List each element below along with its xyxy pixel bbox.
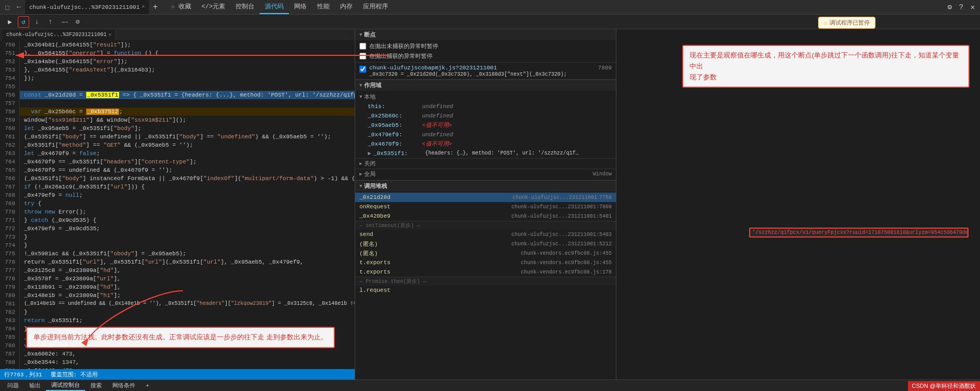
line-content: }, _0x564155["onerror"] = function () { xyxy=(20,49,355,57)
tab-application[interactable]: 应用程序 xyxy=(358,0,393,14)
caught-pause-checkbox[interactable] xyxy=(359,53,366,60)
callstack-item-6[interactable]: t.exports chunk-vendors.ec9fbc08.js:455 xyxy=(355,258,616,267)
file-tab-close-icon[interactable]: ✕ xyxy=(109,32,111,38)
bottom-tab-output[interactable]: 输出 xyxy=(24,381,46,390)
local-scope-header[interactable]: ▼ 本地 xyxy=(355,92,616,102)
callstack-item-3[interactable]: send chunk-ulufuzjsc...231211001:5403 xyxy=(355,230,616,239)
scope-var-95aeb5: _0x95aeb5: <值不可用> xyxy=(355,121,616,130)
code-line: 760 let _0x95aeb5 = _0x5351f1["body"]; xyxy=(0,124,355,133)
tab-performance[interactable]: 性能 xyxy=(312,0,335,14)
close-icon[interactable]: ✕ xyxy=(967,2,978,13)
file-tab[interactable]: chunk-ulufuzjsc...%3F20231211001 ✕ xyxy=(2,29,116,40)
line-number: 771 xyxy=(0,216,20,224)
line-number: 751 xyxy=(0,49,20,57)
bp-item-checkbox[interactable] xyxy=(359,66,366,73)
line-content: } xyxy=(20,233,355,241)
code-line: 752 _0x1a4abe(_0x564155["error"]); xyxy=(0,57,355,66)
cursor-position: 行7763，列31 xyxy=(4,371,42,378)
scope-var-key: this: xyxy=(368,102,420,111)
bp-item-line: 7809 xyxy=(598,65,612,71)
step-into-btn[interactable]: ↓ xyxy=(31,16,43,28)
line-number: 774 xyxy=(0,241,20,250)
warning-icon: ⚠ xyxy=(824,19,827,26)
help-icon[interactable]: ? xyxy=(956,2,966,13)
callstack-fn: send xyxy=(359,231,509,238)
local-scope-label: 本地 xyxy=(364,93,376,101)
line-number: 769 xyxy=(0,199,20,208)
scope-header[interactable]: ▼ 作用域 xyxy=(355,79,616,91)
scope-var-val: <值不可用> xyxy=(422,121,452,129)
code-line: 780 _0x148e1b = _0x23809a["h1"]; xyxy=(0,291,355,300)
callstack-header[interactable]: ▼ 调用堆栈 xyxy=(355,180,616,192)
callstack-item-1[interactable]: onRequest chunk-ulufuzjsc...231211001:78… xyxy=(355,202,616,211)
tab-memory[interactable]: 内存 xyxy=(335,0,358,14)
disable-breakpoints-btn[interactable]: ⊘ xyxy=(72,16,84,28)
nav-icon-back[interactable]: ← xyxy=(14,2,24,13)
callstack-file: chunk-ulufuzjsc...231211001:5403 xyxy=(511,232,612,238)
tab-sources[interactable]: 源代码 xyxy=(260,0,289,14)
scope-var-5351f1[interactable]: ▶ _0x5351f1: {headers: {…}, method: 'POS… xyxy=(355,149,616,158)
scope-var-val: undefined xyxy=(422,102,453,111)
tab-collect[interactable]: ☆ 收藏 xyxy=(166,0,196,14)
nav-icon-home[interactable]: ⬚ xyxy=(2,2,13,13)
bottom-tab-problem[interactable]: 问题 xyxy=(2,381,24,390)
caught-pause-label: 在抛出捕获的异常时暂停 xyxy=(369,52,433,60)
bp-item-row: chunk-ulufuzjscobapmjk.js?20231211001 _0… xyxy=(355,62,616,78)
global-scope-header[interactable]: ▶ 全局 Window xyxy=(355,169,616,179)
breakpoints-title: 断点 xyxy=(364,31,376,39)
nav-tab-active[interactable]: chunk-ulufuzjsc...%3F20231211001 × xyxy=(25,0,149,14)
tab-elements[interactable]: </>元素 xyxy=(196,0,231,14)
exception-pause-row: 在抛出未捕获的异常时暂停 xyxy=(355,41,616,51)
callstack-item-8[interactable]: l.request xyxy=(355,286,616,295)
scope-var-key: _0x479ef9: xyxy=(368,131,420,139)
add-tab-btn[interactable]: + xyxy=(150,2,160,13)
callstack-chevron: ▼ xyxy=(359,184,362,189)
code-line: 768 _0x479ef9 = null; xyxy=(0,191,355,199)
code-line: 775 !_0x5981ac && (_0x5351f1["obody"] = … xyxy=(0,250,355,258)
callstack-item-7[interactable]: t.exports chunk-vendors.ec9fbc08.js:178 xyxy=(355,267,616,277)
local-scope-chevron: ▼ xyxy=(359,94,362,100)
closure-scope-header[interactable]: ▶ 关闭 xyxy=(355,158,616,169)
bottom-tab-add[interactable]: + xyxy=(141,382,155,390)
line-number: 777 xyxy=(0,266,20,275)
line-number: 770 xyxy=(0,208,20,216)
exception-pause-checkbox[interactable] xyxy=(359,43,366,50)
tab-console[interactable]: 控制台 xyxy=(230,0,260,14)
tab-network[interactable]: 网络 xyxy=(289,0,312,14)
breakpoints-header[interactable]: ▼ 断点 xyxy=(355,29,616,40)
code-line: 770 throw new Error(); xyxy=(0,208,355,216)
nav-tab-close[interactable]: × xyxy=(142,4,145,10)
code-line: 767 if (!_0x26a1c9(_0x5351f1["url"])) { xyxy=(0,183,355,191)
line-number: 773 xyxy=(0,233,20,241)
line-number: 750 xyxy=(0,41,20,49)
callstack-item-2[interactable]: _0x420be9 chunk-ulufuzjsc...231211001:54… xyxy=(355,211,616,221)
step-out-btn[interactable]: ↑ xyxy=(45,16,56,28)
callstack-item-0[interactable]: _0x21d28d chunk-ulufuzjsc...231211001 77… xyxy=(355,193,616,202)
callstack-file: chunk-ulufuzjsc...231211001:5212 xyxy=(511,241,612,247)
callstack-file: chunk-ulufuzjsc...231211001 xyxy=(512,195,597,200)
callstack-item-5[interactable]: (匿名) chunk-vendors.ec9fbc08.js:455 xyxy=(355,248,616,258)
line-number: 752 xyxy=(0,57,20,66)
line-number: 786 xyxy=(0,341,20,350)
bp-item-filename: chunk-ulufuzjscobapmjk.js?20231211001 xyxy=(369,65,595,71)
bottom-tab-network-conditions[interactable]: 网络条件 xyxy=(107,381,141,390)
scope-var-val: <值不可用> xyxy=(422,140,452,148)
scope-var-key: _0x25b60c: xyxy=(368,112,420,120)
line-content: } catch (_0x9cd535) { xyxy=(20,216,355,224)
code-editor[interactable]: 750 _0x364b81(_0x564155["result"]); 751 … xyxy=(0,41,355,369)
scope-title: 作用域 xyxy=(364,81,381,89)
bottom-tab-debug-console[interactable]: 调试控制台 xyxy=(46,380,85,391)
callstack-item-4[interactable]: (匿名) chunk-ulufuzjsc...231211001:5212 xyxy=(355,239,616,248)
line-number: 779 xyxy=(0,283,20,291)
code-status-bar: 行7763，列31 覆盖范围: 不适用 xyxy=(0,369,355,380)
callstack-title: 调用堆栈 xyxy=(364,182,387,190)
continue-here-btn[interactable]: →→ xyxy=(59,16,70,28)
continue-btn[interactable]: ▶ xyxy=(4,16,16,28)
bottom-tab-search[interactable]: 搜索 xyxy=(85,381,107,390)
line-number: 764 xyxy=(0,158,20,166)
callstack-content: _0x21d28d chunk-ulufuzjsc...231211001 77… xyxy=(355,192,616,296)
settings-icon[interactable]: ⚙ xyxy=(944,2,955,13)
global-note: Window xyxy=(593,171,612,177)
scope-var-4670f9: _0x4670f9: <值不可用> xyxy=(355,139,616,149)
step-over-btn[interactable]: ↺ xyxy=(18,16,29,28)
